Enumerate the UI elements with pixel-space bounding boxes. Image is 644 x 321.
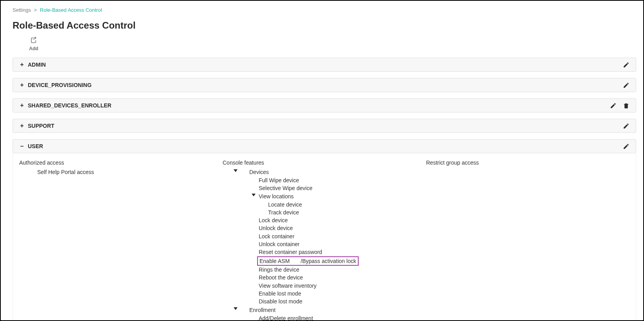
- role-shared-name: SHARED_DEVICES_ENROLLER: [28, 102, 111, 109]
- add-label: Add: [29, 46, 38, 51]
- auth-item-selfhelp[interactable]: Self Help Portal access: [19, 168, 223, 176]
- item-unlock-device[interactable]: Unlock device: [259, 224, 426, 232]
- role-shared-header[interactable]: + SHARED_DEVICES_ENROLLER: [13, 98, 636, 112]
- col-console-features: Console features Devices Full Wipe devic…: [223, 160, 426, 321]
- caret-down-icon: [234, 169, 238, 172]
- role-user-body: Authorized access Self Help Portal acces…: [13, 153, 636, 321]
- tree-enrollment-children: Add/Delete enrollment Notify user: [249, 314, 426, 321]
- item-locate-device[interactable]: Locate device: [268, 201, 426, 209]
- caret-down-icon: [252, 194, 256, 196]
- role-devprov: + DEVICE_PROVISIONING: [13, 78, 636, 92]
- item-enable-lost-mode[interactable]: Enable lost mode: [259, 290, 426, 297]
- add-icon: [30, 36, 37, 45]
- role-support-name: SUPPORT: [28, 123, 54, 129]
- col-restrict-title: Restrict group access: [426, 160, 629, 166]
- role-devprov-actions: [623, 82, 629, 89]
- role-devprov-name: DEVICE_PROVISIONING: [28, 82, 92, 88]
- item-lock-device[interactable]: Lock device: [259, 216, 426, 224]
- role-support-header[interactable]: + SUPPORT: [13, 119, 636, 133]
- item-track-device[interactable]: Track device: [268, 209, 426, 216]
- role-admin-name: ADMIN: [28, 62, 46, 68]
- role-user-actions: [623, 143, 629, 150]
- role-devprov-left: + DEVICE_PROVISIONING: [19, 82, 92, 89]
- role-admin-actions: [623, 62, 629, 68]
- breadcrumb-current[interactable]: Role-Based Access Control: [40, 7, 102, 13]
- role-user-header[interactable]: – USER: [13, 139, 636, 153]
- expand-icon: +: [19, 61, 25, 68]
- role-shared-actions: [610, 102, 629, 109]
- role-admin: + ADMIN: [13, 58, 636, 72]
- item-full-wipe[interactable]: Full Wipe device: [259, 176, 426, 184]
- breadcrumb-sep: >: [34, 7, 37, 13]
- item-enable-asm-a: Enable ASM: [259, 258, 290, 264]
- tree-devices[interactable]: Devices Full Wipe device Selective Wipe …: [241, 168, 426, 305]
- role-admin-header[interactable]: + ADMIN: [13, 58, 636, 72]
- role-support-left: + SUPPORT: [19, 122, 54, 129]
- role-shared: + SHARED_DEVICES_ENROLLER: [13, 98, 636, 112]
- page-frame: Settings > Role-Based Access Control Rol…: [0, 0, 644, 321]
- edit-button[interactable]: [623, 143, 629, 150]
- tree-devices-children: Full Wipe device Selective Wipe device V…: [249, 176, 426, 305]
- edit-button[interactable]: [623, 62, 629, 68]
- tree-devices-label: Devices: [249, 169, 269, 175]
- caret-down-icon: [234, 307, 238, 310]
- breadcrumb: Settings > Role-Based Access Control: [13, 7, 636, 13]
- col-auth-title: Authorized access: [19, 160, 223, 166]
- add-button[interactable]: Add: [26, 36, 42, 51]
- role-user-left: – USER: [19, 143, 43, 150]
- item-add-delete-enrollment[interactable]: Add/Delete enrollment: [259, 314, 426, 321]
- item-lock-container[interactable]: Lock container: [259, 232, 426, 240]
- col-console-title: Console features: [223, 160, 426, 166]
- tree-view-locations-children: Locate device Track device: [259, 201, 426, 217]
- item-reboot-device[interactable]: Reboot the device: [259, 274, 426, 281]
- breadcrumb-root[interactable]: Settings: [13, 7, 31, 13]
- page-inner: Settings > Role-Based Access Control Rol…: [1, 1, 643, 321]
- delete-button[interactable]: [623, 102, 629, 109]
- collapse-icon: –: [19, 143, 25, 150]
- tree-view-locations[interactable]: View locations Locate device Track devic…: [259, 192, 426, 217]
- edit-button[interactable]: [623, 123, 629, 129]
- role-support: + SUPPORT: [13, 119, 636, 133]
- role-devprov-header[interactable]: + DEVICE_PROVISIONING: [13, 78, 636, 92]
- item-reset-container-password[interactable]: Reset container password: [259, 248, 426, 256]
- edit-button[interactable]: [610, 102, 617, 109]
- item-enable-asm-bypass[interactable]: Enable ASM/Bypass activation lock: [259, 256, 426, 266]
- tree-enrollment[interactable]: Enrollment Add/Delete enrollment Notify …: [241, 306, 426, 321]
- col-authorized-access: Authorized access Self Help Portal acces…: [19, 160, 223, 321]
- tree-view-locations-label: View locations: [259, 193, 294, 199]
- page-title: Role-Based Access Control: [13, 20, 636, 31]
- role-user-name: USER: [28, 143, 43, 149]
- item-software-inventory[interactable]: View software inventory: [259, 282, 426, 290]
- item-selective-wipe[interactable]: Selective Wipe device: [259, 184, 426, 192]
- expand-icon: +: [19, 82, 25, 89]
- tree-enrollment-label: Enrollment: [249, 307, 276, 313]
- role-user: – USER Authorized access Self Help Porta…: [13, 139, 636, 321]
- edit-button[interactable]: [623, 82, 629, 89]
- role-admin-left: + ADMIN: [19, 61, 46, 68]
- expand-icon: +: [19, 122, 25, 129]
- console-tree: Devices Full Wipe device Selective Wipe …: [223, 168, 426, 321]
- item-rings-device[interactable]: Rings the device: [259, 266, 426, 274]
- item-disable-lost-mode[interactable]: Disable lost mode: [259, 297, 426, 305]
- highlight-box: Enable ASM/Bypass activation lock: [257, 256, 359, 266]
- role-shared-left: + SHARED_DEVICES_ENROLLER: [19, 102, 111, 109]
- expand-icon: +: [19, 102, 25, 109]
- item-unlock-container[interactable]: Unlock container: [259, 240, 426, 248]
- item-enable-asm-b: /Bypass activation lock: [301, 258, 356, 264]
- role-support-actions: [623, 123, 629, 129]
- col-restrict-group: Restrict group access: [426, 160, 629, 321]
